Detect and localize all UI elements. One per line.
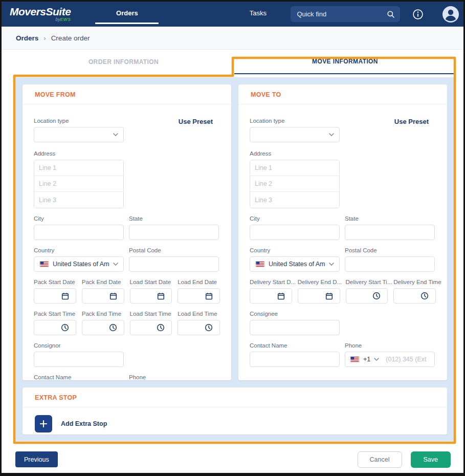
delivery-start-time-input[interactable] [346, 288, 388, 304]
pack-start-time-input[interactable] [34, 320, 76, 335]
search-icon[interactable] [387, 10, 395, 18]
delivery-end-time-label: Delivery End Time [393, 279, 436, 285]
to-country-select[interactable]: United States of Amer [250, 256, 340, 272]
from-use-preset-link[interactable]: Use Preset [179, 118, 213, 125]
consignee-label: Consignee [250, 311, 340, 317]
nav-item-tasks[interactable]: Tasks [225, 2, 291, 27]
postal-code-label: Postal Code [129, 247, 219, 253]
contact-name-label: Contact Name [34, 374, 124, 380]
load-end-time-input[interactable] [178, 320, 220, 335]
save-button[interactable]: Save [411, 451, 451, 468]
to-contact-name-input[interactable] [250, 352, 340, 367]
to-location-type-select[interactable] [250, 127, 340, 142]
move-from-title: MOVE FROM [23, 84, 231, 104]
brand-byline: byEWS [56, 17, 71, 22]
chevron-down-icon [113, 133, 118, 136]
clock-icon [61, 323, 69, 332]
to-address-group [250, 160, 340, 208]
delivery-end-date-label: Delivery End D... [298, 279, 340, 285]
from-postal-code-input[interactable] [129, 256, 219, 272]
country-label: Country [250, 247, 340, 253]
state-label: State [345, 215, 435, 222]
clock-icon [372, 292, 381, 300]
plus-icon [39, 420, 48, 428]
cancel-button[interactable]: Cancel [358, 451, 402, 468]
consignor-input[interactable] [34, 352, 124, 367]
location-type-label: Location type [34, 118, 124, 124]
load-end-date-input[interactable] [178, 288, 220, 304]
delivery-start-date-label: Delivery Start D... [250, 279, 292, 285]
to-use-preset-link[interactable]: Use Preset [394, 118, 429, 125]
pack-start-time-label: Pack Start Time [34, 311, 76, 317]
breadcrumb-current: Create order [51, 34, 90, 42]
pack-end-time-input[interactable] [82, 320, 124, 335]
chevron-down-icon [329, 133, 334, 136]
breadcrumb-orders-link[interactable]: Orders [16, 34, 38, 42]
calendar-icon [109, 292, 117, 300]
pack-start-date-input[interactable] [34, 288, 76, 304]
tab-move-information[interactable]: MOVE INFORMATION [234, 50, 456, 74]
chevron-down-icon [113, 263, 118, 266]
pack-start-date-label: Pack Start Date [34, 279, 76, 285]
from-country-select[interactable]: United States of Amer [34, 256, 124, 272]
from-address-line2-input[interactable] [34, 176, 123, 192]
tab-order-information[interactable]: ORDER INFORMATION [13, 50, 234, 74]
to-postal-code-input[interactable] [345, 256, 435, 272]
country-value: United States of Amer [269, 261, 325, 268]
load-end-time-label: Load End Time [178, 311, 220, 317]
add-extra-stop-label[interactable]: Add Extra Stop [61, 420, 107, 427]
pack-end-time-label: Pack End Time [82, 311, 124, 317]
to-address-line1-input[interactable] [250, 160, 339, 176]
address-label: Address [34, 150, 220, 157]
contact-name-label: Contact Name [250, 342, 340, 349]
location-type-label: Location type [250, 118, 340, 124]
calendar-icon [325, 292, 333, 300]
us-flag-icon [350, 356, 360, 362]
load-end-date-label: Load End Date [178, 279, 220, 285]
calendar-icon [61, 292, 69, 300]
from-state-input[interactable] [129, 225, 219, 240]
load-start-date-input[interactable] [130, 288, 172, 304]
top-navbar: MoversSuite byEWS Orders Tasks [2, 2, 463, 27]
to-address-line2-input[interactable] [250, 176, 339, 192]
phone-country-code[interactable]: +1 [363, 356, 370, 363]
phone-placeholder: (012) 345 (Ext [386, 356, 430, 363]
calendar-icon [277, 292, 285, 300]
previous-button[interactable]: Previous [15, 451, 58, 467]
clock-icon [420, 292, 429, 300]
to-city-input[interactable] [250, 225, 340, 240]
country-value: United States of Amer [53, 261, 109, 268]
extra-stop-title: EXTRA STOP [23, 387, 447, 407]
from-location-type-select[interactable] [34, 127, 124, 142]
clock-icon [109, 323, 117, 332]
move-to-title: MOVE TO [238, 84, 447, 104]
delivery-end-time-input[interactable] [393, 288, 436, 304]
info-icon[interactable] [412, 9, 424, 20]
load-start-date-label: Load Start Date [130, 279, 172, 285]
delivery-start-date-input[interactable] [250, 288, 292, 304]
from-city-input[interactable] [34, 225, 124, 240]
clock-icon [205, 323, 213, 332]
quick-find-search[interactable] [291, 6, 400, 22]
from-address-line3-input[interactable] [34, 192, 123, 208]
nav-item-orders[interactable]: Orders [94, 2, 160, 27]
move-information-panel: MOVE FROM Location type Use Preset Addre… [14, 77, 455, 441]
chevron-down-icon[interactable] [374, 358, 379, 361]
move-from-section: MOVE FROM Location type Use Preset Addre… [23, 84, 231, 380]
user-avatar[interactable] [442, 6, 459, 23]
delivery-end-date-input[interactable] [298, 288, 340, 304]
pack-end-date-label: Pack End Date [82, 279, 124, 285]
to-address-line3-input[interactable] [250, 192, 339, 208]
from-address-line1-input[interactable] [34, 160, 123, 176]
form-footer: Previous Cancel Save [2, 441, 463, 468]
load-start-time-input[interactable] [130, 320, 172, 335]
breadcrumb: Orders › Create order [2, 27, 463, 50]
quick-find-input[interactable] [297, 10, 387, 18]
add-extra-stop-button[interactable] [35, 415, 52, 432]
consignee-input[interactable] [250, 320, 340, 335]
pack-end-date-input[interactable] [82, 288, 124, 304]
postal-code-label: Postal Code [345, 247, 435, 253]
to-state-input[interactable] [345, 225, 435, 240]
to-phone-input[interactable]: +1 (012) 345 (Ext [345, 352, 435, 367]
chevron-down-icon [329, 263, 334, 266]
